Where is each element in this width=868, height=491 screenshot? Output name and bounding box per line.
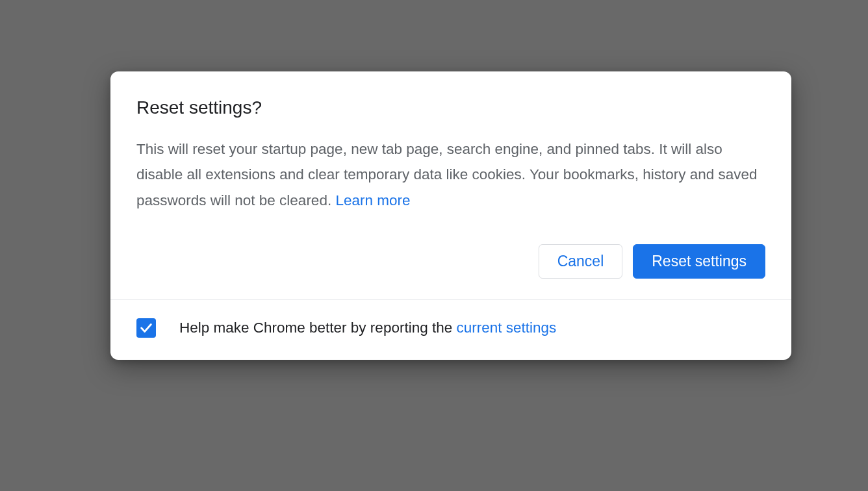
report-settings-label: Help make Chrome better by reporting the…: [179, 320, 556, 336]
reset-settings-dialog: Reset settings? This will reset your sta…: [110, 71, 791, 360]
cancel-button[interactable]: Cancel: [539, 244, 623, 279]
dialog-actions: Cancel Reset settings: [136, 244, 765, 279]
current-settings-link[interactable]: current settings: [456, 320, 556, 336]
checkmark-icon: [139, 321, 153, 335]
dialog-footer: Help make Chrome better by reporting the…: [110, 299, 791, 360]
report-settings-text: Help make Chrome better by reporting the: [179, 320, 456, 336]
dialog-title: Reset settings?: [136, 97, 765, 118]
report-settings-checkbox[interactable]: [136, 318, 156, 338]
dialog-description: This will reset your startup page, new t…: [136, 136, 765, 213]
dialog-body: Reset settings? This will reset your sta…: [110, 71, 791, 299]
reset-settings-button[interactable]: Reset settings: [633, 244, 765, 279]
dialog-description-text: This will reset your startup page, new t…: [136, 141, 758, 208]
learn-more-link[interactable]: Learn more: [335, 192, 410, 208]
